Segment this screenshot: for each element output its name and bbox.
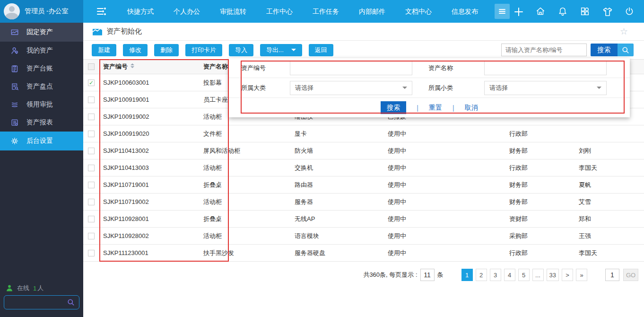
table-row[interactable]: SJKP111230001 扶手黑沙发 服务器硬盘 使用中 行政部 李国天	[83, 245, 644, 262]
user-cell: 王强	[575, 232, 644, 240]
back-button[interactable]: 返回	[309, 44, 333, 56]
new-button[interactable]: 新建	[92, 44, 116, 56]
page-button[interactable]: »	[576, 269, 587, 281]
asset-name-cell: 活动柜	[200, 164, 291, 172]
row-checkbox[interactable]	[88, 148, 95, 154]
home-icon[interactable]	[535, 6, 546, 17]
table-row[interactable]: SJKP110413003 活动柜 交换机 使用中 行政部 李国天	[83, 159, 644, 176]
page-button[interactable]: ...	[532, 269, 544, 281]
sort-icon[interactable]	[131, 63, 134, 68]
sidebar-item-requisition-approval[interactable]: 领用审批	[0, 96, 83, 114]
sidebar-item-fixed-assets[interactable]: 固定资产	[0, 23, 83, 42]
asset-code-input[interactable]	[290, 61, 412, 75]
online-status: 在线 1人	[6, 284, 44, 292]
filter-cancel-link[interactable]: 取消	[465, 104, 478, 112]
row-checkbox[interactable]	[88, 182, 95, 188]
search-magnifier-button[interactable]	[618, 44, 634, 56]
report-book-icon	[10, 118, 19, 127]
add-icon[interactable]	[513, 6, 523, 17]
menu-item-work-tasks[interactable]: 工作任务	[303, 0, 349, 23]
page-button[interactable]: 1	[461, 269, 473, 281]
subcategory-select[interactable]: 请选择	[484, 81, 607, 95]
row-checkbox[interactable]	[88, 199, 95, 205]
page-button[interactable]: 4	[504, 269, 515, 281]
filter-row-2: 所属大类 请选择 所属小类 请选择	[229, 78, 630, 98]
menu-item-internal-mail[interactable]: 内部邮件	[349, 0, 395, 23]
row-checkbox[interactable]	[88, 216, 95, 222]
notification-bell-icon[interactable]	[557, 6, 568, 17]
topbar: 管理员 -办公室 快捷方式 个人办公 审批流转 工作中心 工作任务 内部邮件 文…	[0, 0, 644, 23]
print-card-button[interactable]: 打印卡片	[185, 44, 222, 56]
favorite-star-icon[interactable]: ☆	[620, 26, 628, 37]
status-cell: 使用中	[384, 215, 505, 223]
sidebar-item-asset-reports[interactable]: 资产报表	[0, 114, 83, 132]
row-checkbox[interactable]	[88, 233, 95, 239]
sidebar-item-label: 固定资产	[26, 28, 53, 36]
online-person-icon	[6, 284, 13, 292]
table-row[interactable]: SJKP110413002 屏风和活动柜 防火墙 使用中 财务部 刘刚	[83, 142, 644, 159]
row-checkbox[interactable]	[88, 79, 95, 86]
sidebar-search-input[interactable]	[4, 299, 67, 306]
menu-item-approval-flow[interactable]: 审批流转	[210, 0, 256, 23]
sidebar-item-asset-inventory[interactable]: 资产盘点	[0, 78, 83, 96]
row-checkbox[interactable]	[88, 131, 95, 137]
go-button[interactable]: GO	[623, 269, 638, 281]
filter-row-1: 资产编号 资产名称	[229, 58, 630, 78]
asset-item-cell: 语言模块	[291, 232, 384, 240]
table-row[interactable]: SJKP110928002 活动柜 语言模块 使用中 采购部 王强	[83, 228, 644, 245]
asset-code-cell: SJKP110719002	[99, 198, 200, 205]
select-all-checkbox[interactable]	[88, 63, 95, 70]
more-menu-button[interactable]	[495, 4, 510, 19]
asset-code-cell: SJKP110413002	[99, 147, 200, 154]
row-checkbox[interactable]	[88, 165, 95, 171]
apps-grid-icon[interactable]	[580, 6, 590, 17]
menu-item-personal-office[interactable]: 个人办公	[164, 0, 210, 23]
row-checkbox[interactable]	[88, 97, 95, 103]
table-row[interactable]: SJKP110928001 折叠桌 无线AP 使用中 资财部 郑和	[83, 211, 644, 228]
my-assets-person-icon	[10, 46, 19, 55]
menu-item-work-center[interactable]: 工作中心	[256, 0, 303, 23]
category-select[interactable]: 请选择	[290, 81, 412, 95]
sidebar-toggle-icon[interactable]	[96, 6, 107, 17]
theme-shirt-icon[interactable]	[602, 6, 612, 17]
page-button[interactable]: 5	[518, 269, 530, 281]
filter-search-button[interactable]: 搜索	[381, 101, 406, 114]
asset-code-cell: SJKP111230001	[99, 249, 200, 256]
sidebar-item-my-assets[interactable]: 我的资产	[0, 42, 83, 60]
status-cell: 使用中	[384, 181, 505, 189]
chevron-down-icon	[597, 87, 601, 89]
goto-page-input[interactable]	[605, 269, 619, 281]
quick-search-group: 搜索	[501, 44, 634, 56]
quick-search-button[interactable]: 搜索	[591, 44, 618, 56]
export-dropdown-button[interactable]: 导出...	[260, 44, 302, 56]
status-cell: 使用中	[384, 147, 505, 155]
power-logout-icon[interactable]	[624, 6, 635, 17]
page-button[interactable]: 3	[490, 269, 501, 281]
page-button[interactable]: >	[562, 269, 573, 281]
user-box[interactable]: 管理员 -办公室	[0, 0, 83, 23]
sidebar-search-icon[interactable]	[67, 298, 75, 307]
row-checkbox[interactable]	[88, 114, 95, 120]
quick-search-input[interactable]	[501, 44, 587, 56]
table-row[interactable]: SJKP110719001 折叠桌 路由器 使用中 财务部 夏帆	[83, 176, 644, 194]
page-button[interactable]: 33	[547, 269, 559, 281]
menu-item-shortcuts[interactable]: 快捷方式	[117, 0, 164, 23]
menu-item-info-publish[interactable]: 信息发布	[442, 0, 488, 23]
table-row[interactable]: SJKP100919020 文件柜 显卡 使用中 行政部	[83, 125, 644, 142]
sidebar-item-asset-ledger[interactable]: 资产台账	[0, 60, 83, 78]
header-asset-code[interactable]: 资产编号	[99, 62, 200, 71]
user-cell: 李国天	[575, 164, 644, 172]
edit-button[interactable]: 修改	[123, 44, 148, 56]
menu-item-document-center[interactable]: 文档中心	[395, 0, 442, 23]
row-checkbox[interactable]	[88, 250, 95, 256]
filter-reset-link[interactable]: 重置	[429, 104, 442, 112]
page-button[interactable]: 2	[476, 269, 487, 281]
page-size-input[interactable]	[420, 269, 435, 281]
table-row[interactable]: SJKP110719002 活动柜 服务器 使用中 财务部 艾雪	[83, 194, 644, 211]
import-button[interactable]: 导入	[229, 44, 253, 56]
asset-name-cell: 活动柜	[200, 198, 291, 206]
main-content: 资产初始化 ☆ 新建 修改 删除 打印卡片 导入 导出... 返回 搜索 资产编…	[83, 23, 644, 317]
asset-name-input[interactable]	[484, 61, 607, 75]
sidebar-item-backend-settings[interactable]: 后台设置	[0, 132, 83, 150]
delete-button[interactable]: 删除	[154, 44, 179, 56]
